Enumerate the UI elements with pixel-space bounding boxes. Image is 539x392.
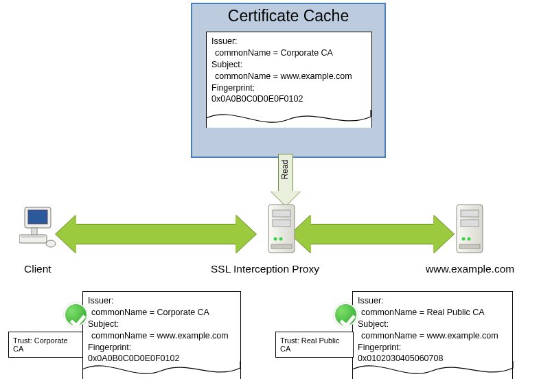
svg-rect-3 (32, 228, 37, 235)
svg-rect-17 (459, 244, 480, 249)
svg-rect-8 (273, 220, 290, 227)
svg-rect-4 (21, 236, 45, 238)
client-certificate-doc: Issuer: commonName = Corporate CA Subjec… (82, 291, 241, 379)
svg-rect-13 (461, 210, 479, 217)
svg-rect-7 (273, 210, 290, 217)
cert-issuer-cn: commonName = Real Public CA (358, 307, 507, 319)
svg-point-16 (468, 238, 471, 241)
svg-point-9 (274, 238, 277, 241)
server-trust-box: Trust: Real Public CA (275, 332, 354, 358)
cert-fp-label: Fingerprint: (211, 82, 367, 94)
client-label: Client (24, 263, 51, 275)
svg-rect-14 (461, 220, 479, 227)
cache-certificate-doc: Issuer: commonName = Corporate CA Subjec… (206, 32, 372, 128)
cert-subject-cn: commonName = www.example.com (358, 330, 507, 342)
cert-subject-label: Subject: (358, 319, 507, 330)
svg-point-15 (462, 238, 466, 241)
cert-issuer-label: Issuer: (211, 36, 367, 47)
cert-subject-label: Subject: (211, 59, 367, 71)
cert-issuer-cn: commonName = Corporate CA (211, 47, 367, 59)
client-computer-icon (19, 206, 57, 249)
cache-title: Certificate Cache (192, 4, 385, 25)
cert-issuer-label: Issuer: (88, 295, 236, 307)
server-label: www.example.com (426, 263, 514, 275)
server-certificate-doc: Issuer: commonName = Real Public CA Subj… (352, 291, 513, 379)
cert-subject-cn: commonName = www.example.com (211, 71, 367, 82)
cert-issuer-cn: commonName = Corporate CA (88, 307, 236, 319)
svg-rect-1 (28, 210, 47, 224)
proxy-server-icon (262, 203, 301, 258)
cert-issuer-label: Issuer: (358, 295, 507, 307)
read-arrow-icon (278, 154, 293, 191)
server-icon (450, 203, 490, 258)
proxy-label: SSL Interception Proxy (211, 263, 319, 275)
svg-point-10 (279, 238, 283, 241)
checkmark-icon (334, 303, 358, 327)
cert-subject-cn: commonName = www.example.com (88, 330, 236, 342)
cert-fp: 0x0A0B0C0D0E0F0102 (88, 353, 236, 365)
cert-subject-label: Subject: (88, 319, 236, 330)
cert-fp: 0x0A0B0C0D0E0F0102 (211, 93, 367, 105)
checkmark-icon (64, 303, 88, 327)
arrow-proxy-server-icon (310, 224, 434, 244)
cert-fp-label: Fingerprint: (358, 342, 507, 354)
client-trust-box: Trust: Corporate CA (8, 332, 83, 358)
cert-fp-label: Fingerprint: (88, 342, 236, 354)
svg-rect-11 (271, 244, 292, 249)
arrow-client-proxy-icon (76, 224, 236, 244)
cert-fp: 0x0102030405060708 (358, 353, 507, 365)
svg-rect-2 (19, 235, 47, 243)
svg-point-5 (46, 240, 56, 247)
